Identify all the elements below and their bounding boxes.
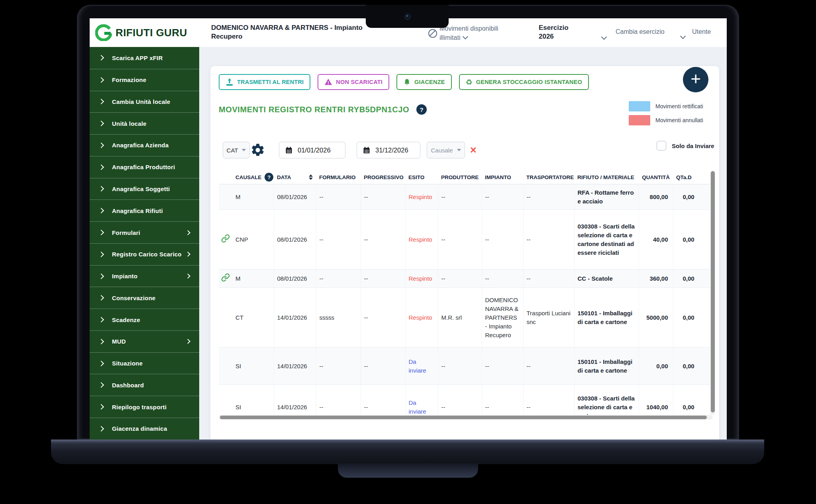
sort-icon[interactable]	[309, 174, 313, 180]
chevron-right-icon	[98, 208, 104, 213]
logo-wordmark: RIFIUTI GURU	[116, 27, 187, 39]
sidebar-item-anagrafica-produttori[interactable]: Anagrafica Produttori	[90, 156, 199, 178]
col-data: DATA	[274, 170, 316, 184]
chevron-right-icon	[98, 77, 104, 83]
laptop-notch	[366, 5, 449, 28]
sidebar-item-formazione[interactable]: Formazione	[90, 69, 199, 91]
chevron-right-icon	[98, 295, 104, 301]
main-area: TRASMETTI AL RENTRI NON SCARICATI GIACEN…	[199, 47, 727, 440]
chevron-right-icon	[98, 99, 104, 104]
legend-item-annullati: Movimenti annullati	[629, 115, 703, 125]
solo-da-inviare-checkbox[interactable]	[657, 141, 666, 150]
col-impianto: IMPIANTO	[482, 170, 523, 184]
table-row[interactable]: SI 14/01/2026 -- -- Da inviare -- -- -- …	[219, 348, 713, 385]
sidebar-item-cambia-unita[interactable]: Cambia Unità locale	[90, 91, 199, 113]
movements-table: CAUSALE? DATA FORMULARIO PROGRESSIVO ESI…	[219, 170, 713, 415]
chevron-right-icon	[98, 186, 104, 191]
trasmetti-al-rentri-button[interactable]: TRASMETTI AL RENTRI	[219, 74, 310, 90]
col-link	[219, 170, 232, 184]
sidebar-item-scarica-app[interactable]: Scarica APP xFIR	[90, 47, 199, 69]
status-to-send-link[interactable]: Da inviare	[405, 385, 438, 415]
date-to-input[interactable]: 31/12/2026	[357, 142, 420, 158]
logo-g-icon	[95, 24, 112, 41]
sidebar-item-dashboard[interactable]: Dashboard	[90, 374, 199, 396]
add-movement-button[interactable]: +	[683, 67, 708, 92]
submenu-chevron-icon	[185, 273, 190, 279]
sidebar-item-impianto[interactable]: Impianto	[90, 265, 199, 287]
table-row[interactable]: CT 14/01/2026 sssss -- Respinto M.R. srl…	[219, 288, 713, 348]
giacenze-button[interactable]: GIACENZE	[396, 74, 452, 90]
chevron-right-icon	[98, 164, 104, 170]
bell-icon	[403, 78, 411, 86]
non-scaricati-button[interactable]: NON SCARICATI	[318, 74, 389, 90]
table-row[interactable]: CNP 08/01/2026 -- -- Respinto -- -- -- 0…	[219, 210, 713, 270]
gear-icon[interactable]	[250, 143, 265, 158]
sidebar-item-registro-carico-scarico[interactable]: Registro Carico Scarico	[90, 243, 199, 265]
table-header-row: CAUSALE? DATA FORMULARIO PROGRESSIVO ESI…	[219, 170, 713, 184]
legend-item-rettificati: Movimenti rettificati	[629, 101, 703, 111]
movements-line2: illimitati	[439, 33, 498, 42]
status-rejected: Respinto	[405, 184, 438, 210]
col-formulario: FORMULARIO	[316, 170, 361, 184]
utente-menu[interactable]: Utente	[692, 28, 711, 35]
causale-help-icon[interactable]: ?	[265, 173, 273, 182]
sidebar-item-riepilogo-trasporti[interactable]: Riepilogo trasporti	[90, 396, 199, 418]
sidebar-item-giacenza-dinamica[interactable]: Giacenza dinamica	[90, 418, 199, 440]
chevron-right-icon	[98, 121, 104, 126]
cambia-chevron-icon	[680, 33, 686, 39]
sidebar-item-mud[interactable]: MUD	[90, 330, 199, 352]
sidebar-item-unita-locale[interactable]: Unità locale	[90, 112, 199, 134]
sidebar: Scarica APP xFIR Formazione Cambia Unità…	[90, 47, 199, 440]
status-rejected: Respinto	[405, 210, 438, 270]
chevron-right-icon	[98, 55, 104, 61]
help-icon[interactable]: ?	[416, 104, 427, 115]
title-row: MOVIMENTI REGISTRO RENTRI RYB5DPN1CJO ?	[219, 104, 427, 115]
recycle-icon: ♻	[466, 78, 473, 86]
calendar-icon	[285, 146, 293, 154]
movements-available[interactable]: Movimenti disponibili illimitati	[439, 24, 498, 42]
page-title: MOVIMENTI REGISTRO RENTRI RYB5DPN1CJO	[219, 105, 409, 114]
date-from-input[interactable]: 01/01/2026	[279, 142, 345, 158]
calendar-icon	[363, 146, 371, 154]
chevron-down-icon	[457, 149, 461, 151]
solo-da-inviare: Solo da Inviare	[657, 141, 714, 150]
chevron-right-icon	[98, 339, 104, 344]
esercizio-select[interactable]: Esercizio 2026	[539, 23, 569, 41]
vertical-scrollbar[interactable]	[710, 170, 715, 415]
upload-icon	[226, 78, 233, 86]
app-logo: RIFIUTI GURU	[95, 23, 187, 42]
col-qtad: QTa.D	[673, 170, 713, 184]
cambia-esercizio-menu[interactable]: Cambia esercizio	[616, 28, 665, 35]
horizontal-scrollbar[interactable]	[219, 415, 713, 420]
sidebar-item-scadenze[interactable]: Scadenze	[90, 309, 199, 330]
webcam-icon	[404, 14, 411, 20]
submenu-chevron-icon	[185, 230, 190, 235]
movements-line1: Movimenti disponibili	[439, 24, 498, 33]
cat-dropdown[interactable]: CAT	[223, 142, 250, 158]
chevron-right-icon	[98, 143, 104, 148]
status-to-send-link[interactable]: Da inviare	[405, 348, 438, 385]
col-causale: CAUSALE?	[232, 170, 274, 184]
toolbar: TRASMETTI AL RENTRI NON SCARICATI GIACEN…	[219, 74, 589, 90]
genera-stoccaggio-button[interactable]: ♻ GENERA STOCCAGGIO ISTANTANEO	[459, 74, 589, 90]
screen: RIFIUTI GURU DOMENICO NAVARRA & PARTNERS…	[90, 18, 727, 440]
legend: Movimenti rettificati Movimenti annullat…	[629, 101, 703, 129]
causale-dropdown[interactable]: Causale	[427, 142, 465, 158]
company-title: DOMENICO NAVARRA & PARTNERS - Impianto R…	[211, 23, 375, 41]
table-row[interactable]: M 08/01/2026 -- -- Respinto -- -- -- CC …	[219, 270, 713, 288]
sidebar-item-anagrafica-soggetti[interactable]: Anagrafica Soggetti	[90, 178, 199, 200]
sidebar-item-anagrafica-azienda[interactable]: Anagrafica Azienda	[90, 134, 199, 156]
vertical-scrollbar-thumb[interactable]	[711, 171, 715, 412]
sidebar-item-anagrafica-rifiuti[interactable]: Anagrafica Rifiuti	[90, 199, 199, 221]
horizontal-scrollbar-thumb[interactable]	[220, 416, 707, 419]
sidebar-item-formulari[interactable]: Formulari	[90, 221, 199, 243]
table-row[interactable]: M 08/01/2026 -- -- Respinto -- -- -- RFA…	[219, 184, 713, 210]
stage: RIFIUTI GURU DOMENICO NAVARRA & PARTNERS…	[0, 0, 816, 504]
table-row[interactable]: SI 14/01/2026 -- -- Da inviare -- -- -- …	[219, 385, 713, 415]
status-rejected: Respinto	[405, 288, 438, 348]
sidebar-item-situazione[interactable]: Situazione	[90, 352, 199, 374]
chevron-down-icon	[242, 149, 246, 151]
clear-filters-icon[interactable]: ×	[470, 143, 477, 157]
sidebar-item-conservazione[interactable]: Conservazione	[90, 287, 199, 309]
unlimited-icon	[428, 29, 437, 38]
